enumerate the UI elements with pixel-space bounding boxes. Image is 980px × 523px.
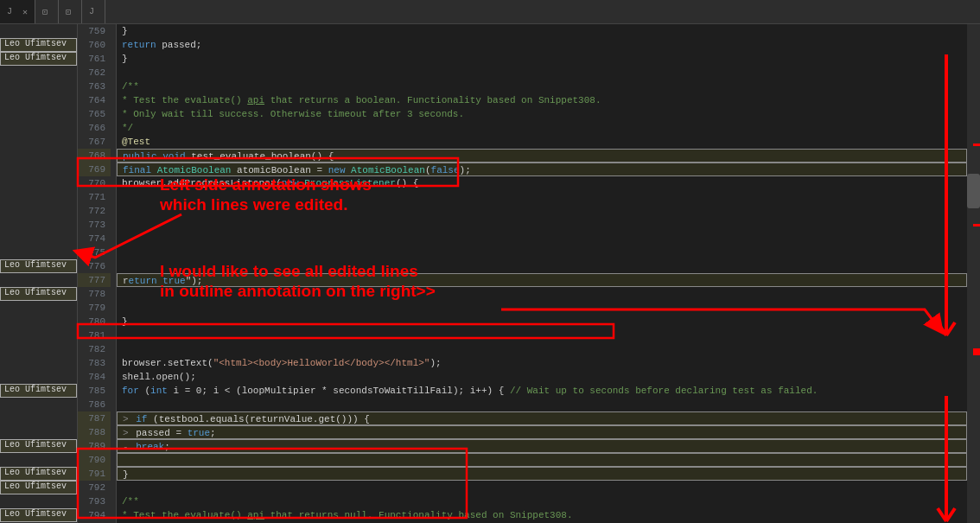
code-line xyxy=(117,328,967,342)
line-number: 759 xyxy=(78,24,111,38)
tab-bar: J ✕ ⊡ ⊡ J xyxy=(0,0,980,24)
author-cell xyxy=(0,301,77,315)
line-number: 764 xyxy=(78,93,111,107)
code-line xyxy=(117,481,967,494)
code-line: } xyxy=(117,467,967,481)
line-number: 778 xyxy=(78,287,111,301)
author-cell xyxy=(0,425,77,439)
author-cell: Leo Ufimtsev xyxy=(0,481,77,494)
line-number: 777 xyxy=(78,273,111,287)
code-line: * Test the evaluate() api that returns n… xyxy=(117,508,967,522)
bug-icon-2: ⊡ xyxy=(66,7,71,17)
code-line xyxy=(117,287,967,301)
line-number: 790 xyxy=(78,453,111,467)
author-cell: Leo Ufimtsev xyxy=(0,508,77,522)
overview-ruler[interactable] xyxy=(967,24,980,523)
line-number: 765 xyxy=(78,107,111,121)
line-number: 788 xyxy=(78,425,111,439)
maximize-button[interactable] xyxy=(956,0,980,24)
author-cell xyxy=(0,356,77,370)
author-cell: Leo Ufimtsev xyxy=(0,384,77,398)
author-cell xyxy=(0,190,77,204)
code-line xyxy=(117,259,967,273)
line-number: 761 xyxy=(78,52,111,66)
code-line xyxy=(117,301,967,315)
line-number: 781 xyxy=(78,328,111,342)
author-cell xyxy=(0,370,77,384)
author-cell xyxy=(0,80,77,93)
author-cell: Leo Ufimtsev xyxy=(0,467,77,481)
author-cell xyxy=(0,135,77,149)
line-number: 782 xyxy=(78,342,111,356)
line-number: 794 xyxy=(78,508,111,522)
code-line: @Test xyxy=(117,135,967,149)
tab-2[interactable]: ⊡ xyxy=(35,0,59,23)
author-column: Leo UfimtsevLeo UfimtsevLeo UfimtsevLeo … xyxy=(0,24,78,523)
line-number: 772 xyxy=(78,204,111,218)
line-number: 771 xyxy=(78,190,111,204)
line-number: 760 xyxy=(78,38,111,52)
author-cell xyxy=(0,246,77,259)
line-number: 762 xyxy=(78,66,111,80)
code-line: */ xyxy=(117,121,967,135)
line-number: 789 xyxy=(78,439,111,453)
code-line: return true"); xyxy=(117,273,967,287)
line-number: 763 xyxy=(78,80,111,93)
java-icon-2: J xyxy=(89,7,94,16)
author-cell xyxy=(0,494,77,508)
author-cell xyxy=(0,411,77,425)
window-controls xyxy=(932,0,980,24)
line-number: 773 xyxy=(78,218,111,232)
author-cell xyxy=(0,453,77,467)
author-cell xyxy=(0,176,77,190)
line-numbers: 7597607617627637647657667677687697707717… xyxy=(78,24,117,523)
author-cell xyxy=(0,204,77,218)
code-line xyxy=(117,190,967,204)
code-line: - break; xyxy=(117,439,967,453)
author-cell: Leo Ufimtsev xyxy=(0,52,77,66)
author-cell: Leo Ufimtsev xyxy=(0,38,77,52)
author-cell xyxy=(0,273,77,287)
code-line xyxy=(117,398,967,411)
code-line: } xyxy=(117,52,967,66)
tab-1[interactable]: J ✕ xyxy=(0,0,35,23)
code-line xyxy=(117,342,967,356)
author-cell: Leo Ufimtsev xyxy=(0,259,77,273)
bug-icon: ⊡ xyxy=(42,7,48,17)
author-cell: Leo Ufimtsev xyxy=(0,287,77,301)
line-number: 793 xyxy=(78,494,111,508)
code-line: > if (testbool.equals(returnValue.get())… xyxy=(117,411,967,425)
tab-4[interactable]: J xyxy=(82,0,105,23)
author-cell xyxy=(0,398,77,411)
tab-1-close[interactable]: ✕ xyxy=(22,7,28,17)
code-line xyxy=(117,204,967,218)
code-line: } xyxy=(117,24,967,38)
code-line: for (int i = 0; i < (loopMultipier * sec… xyxy=(117,384,967,398)
java-icon: J xyxy=(7,7,12,16)
line-number: 784 xyxy=(78,370,111,384)
line-number: 776 xyxy=(78,259,111,273)
author-cell xyxy=(0,315,77,328)
line-number: 785 xyxy=(78,384,111,398)
tab-3[interactable]: ⊡ xyxy=(59,0,82,23)
code-line: public void test_evaluate_boolean() { xyxy=(117,149,967,163)
editor-container: Leo UfimtsevLeo UfimtsevLeo UfimtsevLeo … xyxy=(0,24,980,523)
minimize-button[interactable] xyxy=(932,0,956,24)
line-number: 792 xyxy=(78,481,111,494)
ruler-mark-2 xyxy=(973,224,980,226)
line-number: 779 xyxy=(78,301,111,315)
author-cell xyxy=(0,121,77,135)
line-number: 780 xyxy=(78,315,111,328)
line-number: 787 xyxy=(78,411,111,425)
line-number: 774 xyxy=(78,232,111,246)
code-line: } xyxy=(117,315,967,328)
author-cell xyxy=(0,328,77,342)
line-number: 766 xyxy=(78,121,111,135)
line-number: 769 xyxy=(78,163,111,176)
scrollbar-thumb[interactable] xyxy=(967,174,980,208)
code-line: browser.addProgressListener(new Progress… xyxy=(117,176,967,190)
code-line: return passed; xyxy=(117,38,967,52)
code-area[interactable]: } return passed;}/** * Test the evaluate… xyxy=(117,24,967,523)
author-cell xyxy=(0,342,77,356)
line-number: 775 xyxy=(78,246,111,259)
